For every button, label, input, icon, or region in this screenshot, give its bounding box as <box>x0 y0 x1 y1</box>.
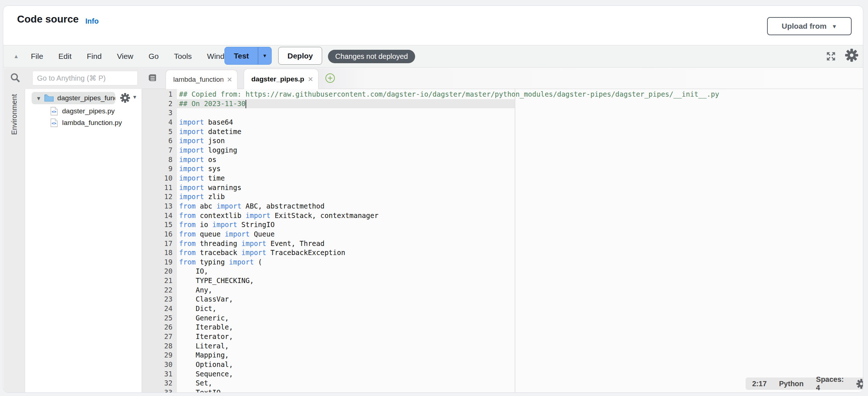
code-line: from typing import ( <box>179 258 719 267</box>
fullscreen-icon[interactable] <box>826 51 836 62</box>
code-line: import zlib <box>179 192 719 202</box>
line-number: 1 <box>142 90 173 99</box>
spaces-setting[interactable]: Spaces: 4 <box>816 375 844 392</box>
upload-from-button[interactable]: Upload from ▼ <box>767 17 852 35</box>
language-mode[interactable]: Python <box>779 380 804 388</box>
editor-statusbar: 2:17 Python Spaces: 4 <box>746 377 863 390</box>
line-number: 19 <box>142 258 173 267</box>
environment-panel-tab[interactable]: Environment <box>4 89 25 393</box>
code-line: from queue import Queue <box>179 230 719 239</box>
code-line: Optional, <box>179 360 719 369</box>
line-numbers: 1234567891011121314151617181920212223242… <box>142 90 173 393</box>
code-line: TYPE_CHECKING, <box>179 276 719 286</box>
code-line: from io import StringIO <box>179 220 719 230</box>
menu-item-find[interactable]: Find <box>79 52 109 61</box>
code-file-icon: <> <box>50 107 58 116</box>
line-number: 31 <box>142 369 173 379</box>
line-number: 15 <box>142 220 173 230</box>
text-cursor <box>246 100 246 108</box>
line-number: 13 <box>142 202 173 211</box>
tab-list-icon[interactable] <box>147 73 157 83</box>
goto-anything-input[interactable] <box>32 71 138 85</box>
menu: FileEditFindViewGoToolsWindow <box>23 45 242 67</box>
menu-item-view[interactable]: View <box>109 52 141 61</box>
code-line: import logging <box>179 146 719 155</box>
tab-lambda-function[interactable]: lambda_function. × <box>166 70 238 89</box>
code-line: import json <box>179 136 719 146</box>
tab-label: lambda_function. <box>173 76 223 84</box>
line-number: 14 <box>142 211 173 221</box>
test-button[interactable]: Test ▼ <box>224 47 272 65</box>
statusbar-gear-icon[interactable] <box>856 379 863 389</box>
menu-item-edit[interactable]: Edit <box>51 52 79 61</box>
code-line: ## On 2023-11-30 <box>179 99 719 109</box>
chevron-down-icon: ▼ <box>832 24 837 29</box>
tree-settings-caret-icon[interactable]: ▼ <box>132 94 137 100</box>
folder-expand-icon[interactable]: ▼ <box>36 95 41 101</box>
code-line: import os <box>179 155 719 165</box>
tree-file-label: lambda_function.py <box>62 119 122 127</box>
line-number: 7 <box>142 146 173 155</box>
line-number: 3 <box>142 108 173 118</box>
code-line: import datetime <box>179 127 719 137</box>
info-link[interactable]: Info <box>85 17 99 25</box>
collapse-menubar-icon[interactable]: ▲ <box>13 53 19 59</box>
upload-from-label: Upload from <box>782 22 827 31</box>
code-line: import sys <box>179 164 719 174</box>
search-icon[interactable] <box>10 72 21 83</box>
code-line: Dict, <box>179 304 719 314</box>
code-line: import warnings <box>179 183 719 193</box>
line-number: 22 <box>142 286 173 295</box>
code-line: Iterable, <box>179 323 719 332</box>
file-tree <box>25 89 142 393</box>
deploy-button[interactable]: Deploy <box>278 47 322 65</box>
line-number: 26 <box>142 323 173 332</box>
cursor-position[interactable]: 2:17 <box>752 380 767 388</box>
tab-label: dagster_pipes.py <box>251 75 304 83</box>
line-number: 6 <box>142 136 173 146</box>
svg-text:<>: <> <box>52 121 57 126</box>
line-number: 24 <box>142 304 173 314</box>
code-line: ClassVar, <box>179 295 719 304</box>
line-number: 33 <box>142 388 173 393</box>
line-number: 28 <box>142 342 173 351</box>
tree-file-lambda_function-py[interactable]: <>lambda_function.py <box>50 117 122 128</box>
code-line: from threading import Event, Thread <box>179 239 719 248</box>
tree-settings-gear-icon[interactable] <box>120 93 130 103</box>
tab-dagster-pipes[interactable]: dagster_pipes.py × <box>244 69 319 89</box>
environment-label: Environment <box>10 94 19 135</box>
code-line: from traceback import TracebackException <box>179 248 719 258</box>
status-badge: Changes not deployed <box>328 50 415 63</box>
line-number: 25 <box>142 314 173 323</box>
tree-folder-label: dagster_pipes_funct <box>57 94 115 102</box>
code-line: Literal, <box>179 342 719 351</box>
svg-text:<>: <> <box>52 109 57 114</box>
line-number: 32 <box>142 379 173 388</box>
menu-item-go[interactable]: Go <box>141 52 166 61</box>
code-line: Iterator, <box>179 332 719 342</box>
code-line: Any, <box>179 286 719 295</box>
menu-item-tools[interactable]: Tools <box>166 52 199 61</box>
page-title: Code source <box>17 13 79 25</box>
close-icon[interactable]: × <box>308 75 313 84</box>
line-number: 16 <box>142 230 173 239</box>
tree-file-dagster_pipes-py[interactable]: <>dagster_pipes.py <box>50 106 115 117</box>
tree-folder-row[interactable]: ▼ dagster_pipes_funct <box>32 92 115 104</box>
line-number: 23 <box>142 295 173 304</box>
code-line: Generic, <box>179 314 719 323</box>
test-dropdown-icon[interactable]: ▼ <box>258 47 271 64</box>
close-icon[interactable]: × <box>227 75 232 84</box>
code-line: from abc import ABC, abstractmethod <box>179 202 719 211</box>
menu-item-file[interactable]: File <box>23 52 51 61</box>
code-line: import base64 <box>179 118 719 127</box>
code-line: from contextlib import ExitStack, contex… <box>179 211 719 221</box>
line-number: 21 <box>142 276 173 286</box>
ide-settings-gear-icon[interactable] <box>845 49 858 62</box>
line-number: 5 <box>142 127 173 137</box>
line-number: 4 <box>142 118 173 127</box>
new-tab-icon[interactable] <box>325 73 335 83</box>
code-file-icon: <> <box>50 118 58 127</box>
test-button-label: Test <box>225 47 258 64</box>
line-number: 27 <box>142 332 173 342</box>
line-number: 20 <box>142 267 173 276</box>
